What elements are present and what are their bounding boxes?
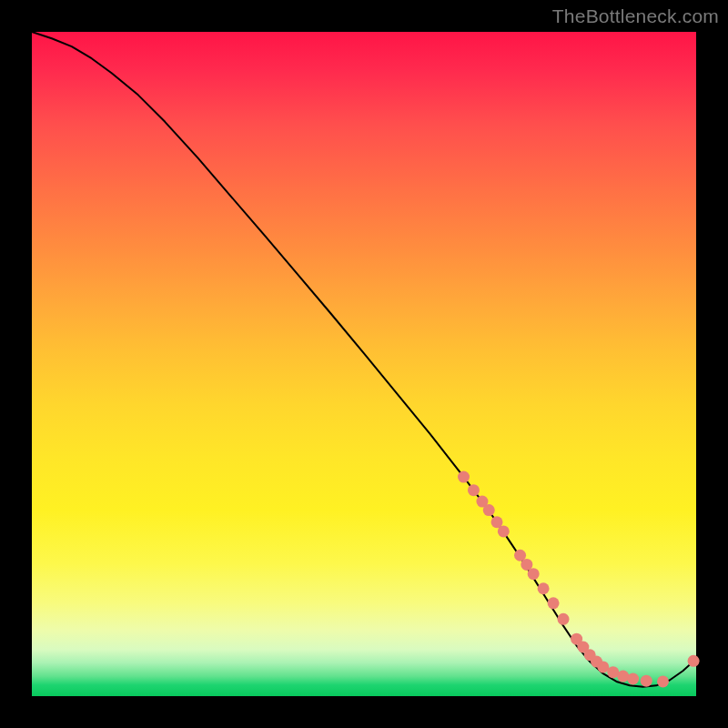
data-point-marker [468, 484, 480, 496]
data-point-marker [688, 655, 700, 667]
bottleneck-curve [32, 32, 696, 687]
marker-group [458, 471, 700, 688]
data-point-marker [498, 525, 510, 537]
data-point-marker [657, 675, 669, 687]
data-point-marker [548, 597, 560, 609]
data-point-marker [627, 673, 639, 685]
data-point-marker [458, 471, 470, 483]
chart-stage: TheBottleneck.com [0, 0, 728, 728]
watermark-text: TheBottleneck.com [552, 5, 719, 27]
curve-layer [32, 32, 696, 696]
data-point-marker [597, 661, 609, 672]
plot-area [32, 32, 696, 696]
data-point-marker [617, 671, 629, 682]
data-point-marker [528, 568, 540, 580]
data-point-marker [558, 613, 570, 625]
data-point-marker [538, 582, 550, 594]
data-point-marker [483, 504, 495, 516]
data-point-marker [641, 675, 652, 687]
